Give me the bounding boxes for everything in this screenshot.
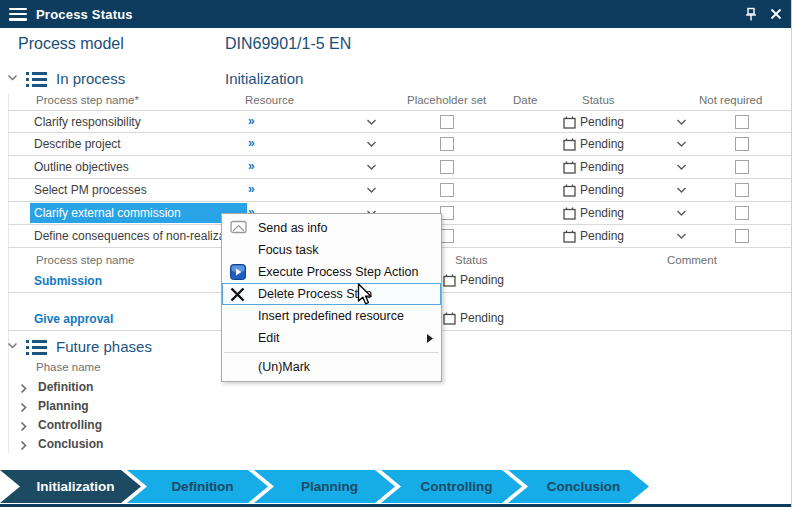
not-required-checkbox[interactable] — [735, 137, 749, 151]
menu-item-execute-process-step-action[interactable]: Execute Process Step Action — [222, 261, 441, 283]
placeholder-set-checkbox[interactable] — [440, 229, 454, 243]
col-process-step-name: Process step name* — [36, 94, 139, 106]
collapse-chevron-icon[interactable] — [7, 74, 18, 82]
menu-item-insert-predefined-resource[interactable]: Insert predefined resource — [222, 305, 441, 327]
in-process-phase: Initialization — [225, 70, 303, 87]
col-status: Status — [455, 254, 488, 266]
collapse-chevron-icon[interactable] — [7, 342, 18, 350]
status-dropdown-icon[interactable] — [676, 233, 687, 241]
expand-chevron-icon[interactable] — [20, 421, 28, 432]
close-icon[interactable] — [770, 8, 782, 20]
not-required-checkbox[interactable] — [735, 183, 749, 197]
step-name: Define consequences of non-realization — [34, 229, 245, 243]
phase-name: Controlling — [38, 418, 102, 432]
in-process-column-headers: Process step name* Resource Placeholder … — [8, 93, 792, 110]
menu-item-edit[interactable]: Edit — [222, 327, 441, 349]
status-value: Pending — [580, 229, 624, 243]
placeholder-set-checkbox[interactable] — [440, 160, 454, 174]
status-dropdown-icon[interactable] — [676, 187, 687, 195]
phase-segment-planning[interactable]: Planning — [254, 470, 395, 503]
col-status: Status — [582, 94, 615, 106]
step-name: Select PM processes — [34, 183, 147, 197]
col-not-required: Not required — [699, 94, 762, 106]
not-required-checkbox[interactable] — [735, 206, 749, 220]
process-status-panel: Process Status Process model DIN69901/1-… — [0, 0, 792, 507]
resource-dropdown-icon[interactable] — [366, 187, 377, 195]
not-required-checkbox[interactable] — [735, 229, 749, 243]
status-value: Pending — [460, 273, 504, 287]
resource-link[interactable]: » — [248, 114, 255, 128]
resource-link[interactable]: » — [248, 182, 255, 196]
list-icon — [26, 71, 47, 88]
resource-dropdown-icon[interactable] — [366, 141, 377, 149]
calendar-icon — [563, 184, 576, 197]
col-comment: Comment — [667, 254, 717, 266]
in-process-title: In process — [56, 70, 125, 87]
menu-item-send-as-info[interactable]: Send as info — [222, 217, 441, 239]
status-value: Pending — [460, 311, 504, 325]
phase-name: Definition — [38, 380, 93, 394]
phase-segment-controlling[interactable]: Controlling — [381, 470, 522, 503]
placeholder-set-checkbox[interactable] — [440, 137, 454, 151]
step-name: Clarify responsibility — [34, 115, 141, 129]
menu-item-focus-task[interactable]: Focus task — [222, 239, 441, 261]
menu-item-unmark[interactable]: (Un)Mark — [222, 356, 441, 378]
expand-chevron-icon[interactable] — [20, 383, 28, 394]
placeholder-set-checkbox[interactable] — [440, 206, 454, 220]
phase-segment-initialization[interactable]: Initialization — [0, 470, 141, 503]
approval-step-link[interactable]: Give approval — [34, 312, 113, 326]
step-name: Clarify external commission — [30, 203, 247, 223]
status-value: Pending — [580, 115, 624, 129]
phase-segment-conclusion[interactable]: Conclusion — [508, 470, 649, 503]
future-phases-title: Future phases — [56, 338, 152, 355]
calendar-icon — [563, 116, 576, 129]
list-icon — [26, 339, 47, 356]
step-name: Outline objectives — [34, 160, 129, 174]
status-dropdown-icon[interactable] — [676, 119, 687, 127]
resource-link[interactable]: » — [248, 136, 255, 150]
table-row[interactable]: Clarify responsibility » Pending — [8, 110, 792, 133]
placeholder-set-checkbox[interactable] — [440, 183, 454, 197]
hamburger-icon[interactable] — [9, 8, 27, 21]
pin-icon[interactable] — [744, 7, 758, 22]
calendar-icon — [563, 138, 576, 151]
phase-segment-definition[interactable]: Definition — [127, 470, 268, 503]
phase-progress-bar: Initialization Definition Planning Contr… — [0, 470, 792, 503]
status-value: Pending — [580, 137, 624, 151]
status-dropdown-icon[interactable] — [676, 141, 687, 149]
process-model-value: DIN69901/1-5 EN — [225, 35, 351, 53]
resource-dropdown-icon[interactable] — [366, 119, 377, 127]
phase-name: Conclusion — [38, 437, 103, 451]
submenu-arrow-icon — [427, 334, 433, 343]
table-row[interactable]: Describe project » Pending — [8, 133, 792, 156]
phase-row-conclusion[interactable]: Conclusion — [8, 435, 792, 454]
resource-link[interactable]: » — [248, 159, 255, 173]
context-menu: Send as info Focus task Execute Process … — [221, 213, 442, 382]
calendar-icon — [443, 312, 456, 325]
envelope-icon — [230, 220, 247, 234]
status-dropdown-icon[interactable] — [676, 210, 687, 218]
status-value: Pending — [580, 183, 624, 197]
phase-row-planning[interactable]: Planning — [8, 397, 792, 416]
calendar-icon — [563, 207, 576, 220]
table-row[interactable]: Outline objectives » Pending — [8, 156, 792, 179]
status-value: Pending — [580, 160, 624, 174]
status-dropdown-icon[interactable] — [676, 164, 687, 172]
not-required-checkbox[interactable] — [735, 115, 749, 129]
phase-row-controlling[interactable]: Controlling — [8, 416, 792, 435]
menu-item-delete-process-step[interactable]: Delete Process Step — [222, 283, 441, 305]
not-required-checkbox[interactable] — [735, 160, 749, 174]
col-date: Date — [513, 94, 537, 106]
resource-dropdown-icon[interactable] — [366, 164, 377, 172]
calendar-icon — [443, 274, 456, 287]
expand-chevron-icon[interactable] — [20, 402, 28, 413]
col-resource: Resource — [245, 94, 294, 106]
future-phases-list: Definition Planning Controlling Conclusi… — [8, 378, 792, 454]
table-row[interactable]: Select PM processes » Pending — [8, 179, 792, 202]
placeholder-set-checkbox[interactable] — [440, 115, 454, 129]
expand-chevron-icon[interactable] — [20, 440, 28, 451]
calendar-icon — [563, 161, 576, 174]
col-process-step-name: Process step name — [36, 254, 134, 266]
approval-step-link[interactable]: Submission — [34, 274, 102, 288]
phase-name: Planning — [38, 399, 89, 413]
